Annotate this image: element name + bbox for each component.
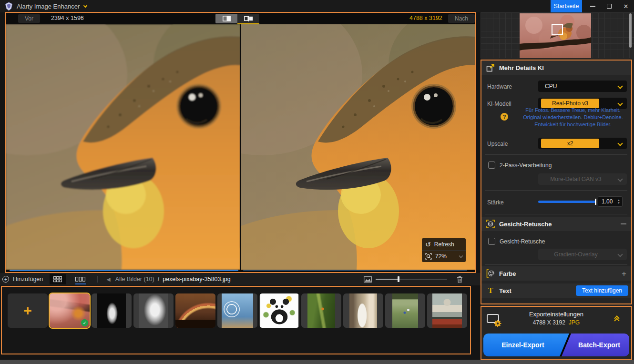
zoom-value: 72% [435, 253, 447, 260]
app-menu-chevron-icon[interactable] [83, 3, 87, 7]
chevron-down-icon [617, 176, 623, 182]
thumbnail-classic-car[interactable] [427, 293, 467, 328]
strength-slider-handle[interactable] [595, 199, 596, 205]
help-icon[interactable]: ? [501, 113, 508, 121]
add-button[interactable]: + Hinzufügen [0, 276, 43, 283]
thumbnail-strip: + ✓ [1, 286, 471, 354]
zoom-control[interactable]: 72% [422, 250, 466, 262]
before-hscrollbar[interactable] [10, 270, 238, 271]
hardware-value: CPU [538, 83, 614, 90]
thumbnail-panda-illustration[interactable] [259, 293, 299, 328]
slider-handle[interactable] [398, 276, 399, 282]
pane-divider [240, 24, 241, 270]
collapse-minus-icon[interactable] [621, 223, 626, 224]
thumbnail-row: + ✓ [8, 293, 467, 328]
maximize-button[interactable] [602, 0, 616, 12]
add-label: Hinzufügen [13, 276, 43, 283]
thumbnail-image [139, 293, 168, 328]
single-export-button[interactable]: Einzel-Export [483, 334, 569, 356]
strength-spinner[interactable]: ▲ ▼ [617, 199, 622, 204]
thumbnail-bw-portrait[interactable] [92, 293, 132, 328]
thumbnail-image [392, 293, 418, 328]
face-retouch-checkbox[interactable] [488, 238, 495, 245]
two-pass-row: 2-Pass-Verarbeitung [488, 162, 552, 169]
thumbnail-image [175, 293, 215, 328]
face-retouch-row: Gesicht-Retusche [488, 238, 545, 245]
breadcrumb-separator: / [158, 276, 159, 283]
thumbnail-bride-window[interactable] [343, 293, 383, 328]
split-view-icon [223, 16, 231, 21]
strength-value-box[interactable]: 1.00 ▲ ▼ [598, 196, 623, 207]
app-logo-icon [5, 2, 13, 11]
chevron-down-icon [617, 141, 623, 146]
navigator-scrollbar[interactable] [629, 13, 632, 48]
before-image[interactable] [6, 24, 240, 270]
chevron-down-icon [617, 83, 623, 89]
upscale-value-pill: x2 [541, 139, 599, 148]
spinner-down-icon[interactable]: ▼ [617, 202, 620, 204]
thumbnail-image [432, 293, 462, 328]
export-format: JPG [569, 319, 580, 326]
list-view-button[interactable] [72, 274, 89, 284]
grid-view-button[interactable] [50, 274, 66, 284]
model-label: KI-Modell [487, 101, 511, 107]
split-view-button[interactable] [215, 14, 237, 23]
bottom-strip [0, 360, 634, 364]
startseite-button[interactable]: Startseite [551, 0, 582, 12]
navigator-view-rect[interactable] [552, 24, 563, 35]
minimize-icon [590, 6, 595, 7]
zoom-chevron-icon[interactable] [459, 254, 463, 258]
navigator [481, 12, 634, 58]
divider [485, 214, 627, 214]
titlebar: Aiarty Image Enhancer Startseite ✕ [0, 0, 634, 12]
before-label: Vor [18, 14, 40, 23]
two-pass-checkbox[interactable] [488, 162, 495, 169]
thumbnail-size-slider[interactable] [376, 279, 447, 280]
trash-icon[interactable] [457, 276, 463, 283]
close-button[interactable]: ✕ [619, 0, 633, 12]
refresh-label: Refresh [434, 241, 454, 248]
thumbnail-bird-robin[interactable]: ✓ [50, 293, 90, 328]
collapse-chevrons[interactable] [615, 316, 619, 323]
thumbnail-green-grass[interactable] [301, 293, 341, 328]
thumbnail-image [97, 293, 126, 328]
section-title: Gesicht-Retusche [499, 221, 552, 228]
after-hscrollbar[interactable] [243, 270, 467, 271]
maximize-icon [607, 4, 612, 9]
after-bird-photo [241, 24, 475, 270]
selected-check-badge: ✓ [81, 319, 88, 326]
before-bird-photo [6, 24, 240, 270]
thumbnail-people-lawn[interactable] [385, 293, 425, 328]
face-model-value: Gradient-Overlay [538, 251, 614, 258]
thumbnail-ferris-wheel[interactable] [217, 293, 257, 328]
magnifier-icon [425, 253, 432, 260]
breadcrumb-all-images[interactable]: Alle Bilder (10) [115, 276, 154, 283]
divider [485, 264, 627, 265]
view-controls: ↺ Refresh 72% [422, 238, 466, 262]
thumbnail-size-icon [364, 276, 372, 283]
section-title: Text [499, 287, 511, 294]
hardware-dropdown[interactable]: CPU [538, 81, 627, 92]
export-size: 4788 X 3192 [533, 319, 565, 326]
expand-plus-icon[interactable]: + [622, 270, 626, 278]
add-text-button[interactable]: Text hinzufügen [576, 285, 628, 296]
thumbnail-bw-blonde[interactable] [133, 293, 174, 328]
color-section-header: Farbe + [481, 266, 631, 281]
after-image[interactable] [241, 24, 475, 270]
batch-export-button[interactable]: Batch-Export [562, 334, 629, 356]
export-panel: Exporteinstellungen 4788 X 3192JPG Einze… [481, 306, 632, 360]
face-model-dropdown: Gradient-Overlay [538, 249, 627, 260]
slider-filled-track [376, 279, 399, 280]
model-help-text: Für Fotos. Bessere Treue, mehr Klarheit.… [515, 107, 631, 128]
face-retouch-icon [486, 220, 495, 228]
upscale-label: Upscale [487, 141, 508, 147]
strength-slider[interactable] [538, 201, 595, 203]
thumbnail-rainbow-street[interactable] [175, 293, 215, 328]
minimize-button[interactable] [585, 0, 600, 12]
side-by-side-view-button[interactable] [237, 14, 259, 23]
upscale-dropdown[interactable]: x2 [538, 138, 627, 149]
thumbnail-add-tile[interactable]: + [8, 293, 48, 328]
refresh-button[interactable]: ↺ Refresh [422, 238, 466, 250]
export-title: Exporteinstellungen [481, 311, 631, 318]
back-arrow-icon[interactable]: ◀ [106, 276, 110, 283]
